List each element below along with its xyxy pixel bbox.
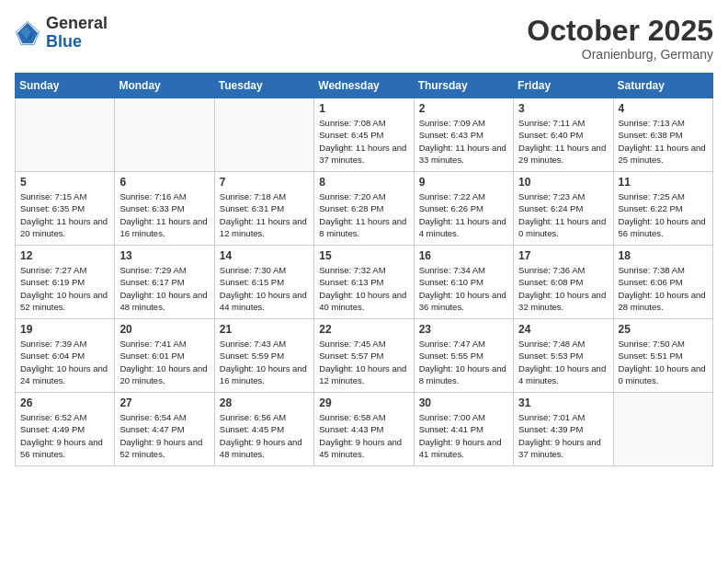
day-number: 22 xyxy=(319,323,408,336)
page-header: General Blue October 2025 Oranienburg, G… xyxy=(15,15,713,62)
calendar-cell xyxy=(115,98,214,172)
cell-content: Sunrise: 7:00 AM Sunset: 4:41 PM Dayligh… xyxy=(419,411,508,460)
cell-content: Sunrise: 7:43 AM Sunset: 5:59 PM Dayligh… xyxy=(220,338,309,386)
calendar-cell: 19Sunrise: 7:39 AM Sunset: 6:04 PM Dayli… xyxy=(16,319,115,393)
day-number: 2 xyxy=(419,102,508,115)
day-number: 26 xyxy=(20,396,109,409)
calendar-week-2: 5Sunrise: 7:15 AM Sunset: 6:35 PM Daylig… xyxy=(16,172,713,246)
calendar-cell: 27Sunrise: 6:54 AM Sunset: 4:47 PM Dayli… xyxy=(115,393,214,466)
calendar-cell: 13Sunrise: 7:29 AM Sunset: 6:17 PM Dayli… xyxy=(115,246,214,319)
logo-general-text: General xyxy=(46,14,108,32)
cell-content: Sunrise: 7:13 AM Sunset: 6:38 PM Dayligh… xyxy=(619,117,708,166)
calendar-cell: 10Sunrise: 7:23 AM Sunset: 6:24 PM Dayli… xyxy=(514,172,613,246)
day-number: 6 xyxy=(119,176,209,189)
day-number: 4 xyxy=(619,102,708,115)
calendar-cell: 30Sunrise: 7:00 AM Sunset: 4:41 PM Dayli… xyxy=(414,393,513,466)
calendar-cell: 17Sunrise: 7:36 AM Sunset: 6:08 PM Dayli… xyxy=(514,246,613,319)
col-header-sunday: Sunday xyxy=(16,74,115,98)
day-number: 28 xyxy=(220,396,309,409)
calendar-cell: 4Sunrise: 7:13 AM Sunset: 6:38 PM Daylig… xyxy=(613,98,712,172)
day-number: 5 xyxy=(20,176,109,189)
cell-content: Sunrise: 6:52 AM Sunset: 4:49 PM Dayligh… xyxy=(20,411,109,460)
cell-content: Sunrise: 7:36 AM Sunset: 6:08 PM Dayligh… xyxy=(518,264,608,313)
calendar-cell: 21Sunrise: 7:43 AM Sunset: 5:59 PM Dayli… xyxy=(214,319,313,393)
cell-content: Sunrise: 7:38 AM Sunset: 6:06 PM Dayligh… xyxy=(619,264,708,313)
calendar-week-5: 26Sunrise: 6:52 AM Sunset: 4:49 PM Dayli… xyxy=(16,393,713,466)
calendar-cell: 31Sunrise: 7:01 AM Sunset: 4:39 PM Dayli… xyxy=(514,393,613,466)
calendar-header-row: SundayMondayTuesdayWednesdayThursdayFrid… xyxy=(16,74,713,98)
cell-content: Sunrise: 7:22 AM Sunset: 6:26 PM Dayligh… xyxy=(419,190,508,239)
day-number: 14 xyxy=(220,249,309,262)
calendar-cell xyxy=(214,98,313,172)
col-header-tuesday: Tuesday xyxy=(214,74,313,98)
calendar-cell: 28Sunrise: 6:56 AM Sunset: 4:45 PM Dayli… xyxy=(214,393,313,466)
cell-content: Sunrise: 7:08 AM Sunset: 6:45 PM Dayligh… xyxy=(319,117,408,166)
calendar-cell: 18Sunrise: 7:38 AM Sunset: 6:06 PM Dayli… xyxy=(613,246,712,319)
day-number: 18 xyxy=(619,249,708,262)
calendar-cell: 6Sunrise: 7:16 AM Sunset: 6:33 PM Daylig… xyxy=(115,172,214,246)
col-header-monday: Monday xyxy=(115,74,214,98)
col-header-friday: Friday xyxy=(514,74,613,98)
cell-content: Sunrise: 7:45 AM Sunset: 5:57 PM Dayligh… xyxy=(319,338,408,386)
calendar-cell: 23Sunrise: 7:47 AM Sunset: 5:55 PM Dayli… xyxy=(414,319,513,393)
calendar-cell: 8Sunrise: 7:20 AM Sunset: 6:28 PM Daylig… xyxy=(314,172,414,246)
cell-content: Sunrise: 7:29 AM Sunset: 6:17 PM Dayligh… xyxy=(119,264,209,313)
calendar-cell: 26Sunrise: 6:52 AM Sunset: 4:49 PM Dayli… xyxy=(16,393,115,466)
day-number: 12 xyxy=(20,249,109,262)
calendar-cell: 3Sunrise: 7:11 AM Sunset: 6:40 PM Daylig… xyxy=(514,98,613,172)
cell-content: Sunrise: 7:16 AM Sunset: 6:33 PM Dayligh… xyxy=(119,190,209,239)
col-header-wednesday: Wednesday xyxy=(314,74,414,98)
calendar-cell: 7Sunrise: 7:18 AM Sunset: 6:31 PM Daylig… xyxy=(214,172,313,246)
logo-icon xyxy=(15,20,40,46)
calendar-cell: 24Sunrise: 7:48 AM Sunset: 5:53 PM Dayli… xyxy=(514,319,613,393)
cell-content: Sunrise: 7:41 AM Sunset: 6:01 PM Dayligh… xyxy=(119,338,209,386)
day-number: 30 xyxy=(419,396,508,409)
calendar-cell: 2Sunrise: 7:09 AM Sunset: 6:43 PM Daylig… xyxy=(414,98,513,172)
calendar-cell: 12Sunrise: 7:27 AM Sunset: 6:19 PM Dayli… xyxy=(16,246,115,319)
cell-content: Sunrise: 7:39 AM Sunset: 6:04 PM Dayligh… xyxy=(20,338,109,386)
day-number: 9 xyxy=(419,176,508,189)
day-number: 13 xyxy=(119,249,209,262)
cell-content: Sunrise: 7:27 AM Sunset: 6:19 PM Dayligh… xyxy=(20,264,109,313)
calendar-cell: 15Sunrise: 7:32 AM Sunset: 6:13 PM Dayli… xyxy=(314,246,414,319)
day-number: 10 xyxy=(518,176,608,189)
title-block: October 2025 Oranienburg, Germany xyxy=(527,15,713,62)
calendar-cell: 5Sunrise: 7:15 AM Sunset: 6:35 PM Daylig… xyxy=(16,172,115,246)
cell-content: Sunrise: 7:09 AM Sunset: 6:43 PM Dayligh… xyxy=(419,117,508,166)
calendar-cell: 20Sunrise: 7:41 AM Sunset: 6:01 PM Dayli… xyxy=(115,319,214,393)
day-number: 17 xyxy=(518,249,608,262)
day-number: 11 xyxy=(619,176,708,189)
cell-content: Sunrise: 7:48 AM Sunset: 5:53 PM Dayligh… xyxy=(518,338,608,386)
col-header-saturday: Saturday xyxy=(613,74,712,98)
day-number: 8 xyxy=(319,176,408,189)
calendar-cell: 16Sunrise: 7:34 AM Sunset: 6:10 PM Dayli… xyxy=(414,246,513,319)
month-title: October 2025 xyxy=(527,15,713,47)
cell-content: Sunrise: 6:54 AM Sunset: 4:47 PM Dayligh… xyxy=(119,411,209,460)
logo: General Blue xyxy=(15,15,108,52)
day-number: 25 xyxy=(619,323,708,336)
cell-content: Sunrise: 7:50 AM Sunset: 5:51 PM Dayligh… xyxy=(619,338,708,386)
cell-content: Sunrise: 7:01 AM Sunset: 4:39 PM Dayligh… xyxy=(518,411,608,460)
calendar-cell: 9Sunrise: 7:22 AM Sunset: 6:26 PM Daylig… xyxy=(414,172,513,246)
calendar-week-3: 12Sunrise: 7:27 AM Sunset: 6:19 PM Dayli… xyxy=(16,246,713,319)
cell-content: Sunrise: 6:56 AM Sunset: 4:45 PM Dayligh… xyxy=(220,411,309,460)
calendar-cell: 25Sunrise: 7:50 AM Sunset: 5:51 PM Dayli… xyxy=(613,319,712,393)
cell-content: Sunrise: 7:23 AM Sunset: 6:24 PM Dayligh… xyxy=(518,190,608,239)
cell-content: Sunrise: 7:11 AM Sunset: 6:40 PM Dayligh… xyxy=(518,117,608,166)
day-number: 23 xyxy=(419,323,508,336)
cell-content: Sunrise: 7:18 AM Sunset: 6:31 PM Dayligh… xyxy=(220,190,309,239)
calendar-cell: 29Sunrise: 6:58 AM Sunset: 4:43 PM Dayli… xyxy=(314,393,414,466)
day-number: 27 xyxy=(119,396,209,409)
day-number: 19 xyxy=(20,323,109,336)
day-number: 20 xyxy=(119,323,209,336)
cell-content: Sunrise: 6:58 AM Sunset: 4:43 PM Dayligh… xyxy=(319,411,408,460)
day-number: 21 xyxy=(220,323,309,336)
day-number: 16 xyxy=(419,249,508,262)
calendar-cell: 14Sunrise: 7:30 AM Sunset: 6:15 PM Dayli… xyxy=(214,246,313,319)
col-header-thursday: Thursday xyxy=(414,74,513,98)
cell-content: Sunrise: 7:30 AM Sunset: 6:15 PM Dayligh… xyxy=(220,264,309,313)
logo-text: General Blue xyxy=(46,15,108,52)
day-number: 29 xyxy=(319,396,408,409)
location: Oranienburg, Germany xyxy=(527,47,713,62)
cell-content: Sunrise: 7:47 AM Sunset: 5:55 PM Dayligh… xyxy=(419,338,508,386)
